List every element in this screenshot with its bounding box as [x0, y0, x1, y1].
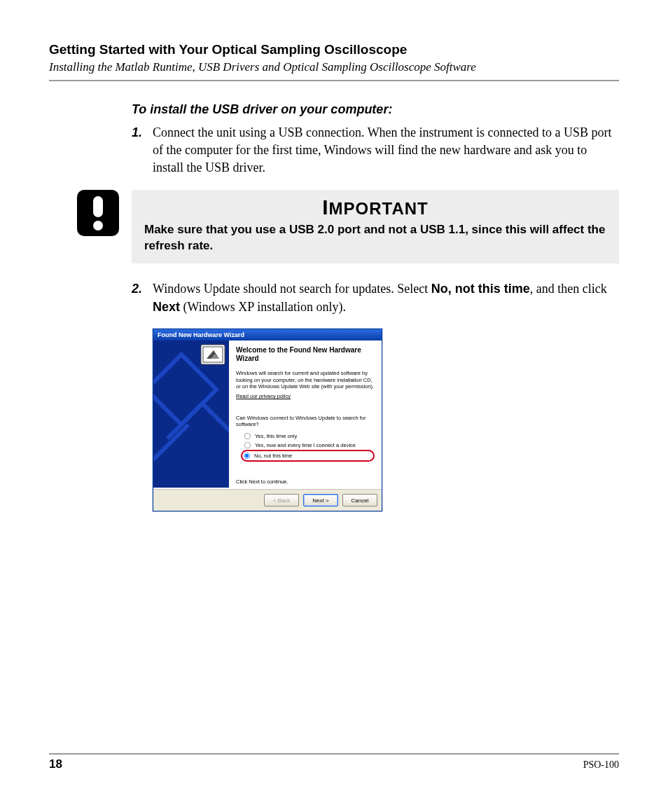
- radio-label: Yes, this time only: [255, 432, 297, 440]
- step-body: Windows Update should not search for upd…: [153, 280, 619, 315]
- chapter-title: Getting Started with Your Optical Sampli…: [49, 42, 619, 57]
- wizard-main: Welcome to the Found New Hardware Wizard…: [229, 340, 382, 489]
- page-number: 18: [49, 757, 62, 771]
- important-text: Make sure that you use a USB 2.0 port an…: [144, 222, 606, 254]
- svg-point-1: [93, 221, 103, 230]
- back-button[interactable]: < Back: [264, 494, 299, 507]
- radio-no-not-this-time[interactable]: No, not this time: [241, 450, 375, 462]
- step-1: 1. Connect the unit using a USB connecti…: [132, 124, 619, 177]
- step-2: 2. Windows Update should not search for …: [132, 280, 619, 315]
- wizard-button-bar: < Back Next > Cancel: [153, 489, 382, 511]
- wizard-screenshot: Found New Hardware Wizard: [153, 329, 619, 511]
- wizard-titlebar: Found New Hardware Wizard: [153, 329, 382, 340]
- footer-rule: [49, 753, 619, 755]
- bold-phrase: No, not this time: [431, 282, 530, 296]
- radio-input[interactable]: [244, 442, 251, 448]
- important-title: IMPORTANT: [144, 195, 606, 219]
- radio-yes-every-time[interactable]: Yes, now and every time I connect a devi…: [243, 441, 375, 450]
- wizard-heading: Welcome to the Found New Hardware Wizard: [236, 346, 375, 363]
- radio-input[interactable]: [244, 433, 251, 439]
- bold-phrase: Next: [153, 300, 180, 314]
- step-number: 1.: [132, 124, 153, 142]
- step-body: Connect the unit using a USB connection.…: [153, 124, 619, 177]
- important-callout: IMPORTANT Make sure that you use a USB 2…: [77, 190, 619, 264]
- wizard-body: Welcome to the Found New Hardware Wizard…: [153, 340, 382, 489]
- radio-input[interactable]: [244, 453, 250, 459]
- wizard-continue-text: Click Next to continue.: [236, 479, 375, 485]
- page-footer: 18 PSO-100: [49, 753, 619, 771]
- step-text: , and then click: [530, 282, 607, 296]
- document-id: PSO-100: [583, 759, 619, 771]
- svg-rect-0: [93, 196, 103, 217]
- header-rule: [49, 80, 619, 81]
- found-new-hardware-wizard: Found New Hardware Wizard: [153, 329, 382, 511]
- next-button[interactable]: Next >: [303, 494, 338, 507]
- content-area: To install the USB driver on your comput…: [132, 102, 619, 511]
- exclamation-icon: [77, 190, 119, 236]
- radio-label: Yes, now and every time I connect a devi…: [255, 441, 356, 449]
- step-text: (Windows XP installation only).: [180, 300, 346, 314]
- step-text: Windows Update should not search for upd…: [153, 282, 431, 296]
- step-number: 2.: [132, 280, 153, 298]
- cancel-button[interactable]: Cancel: [342, 494, 377, 507]
- radio-yes-this-time[interactable]: Yes, this time only: [243, 432, 375, 441]
- wizard-side-graphic: [153, 340, 229, 488]
- section-subtitle: Installing the Matlab Runtime, USB Drive…: [49, 60, 619, 74]
- wizard-radio-group: Yes, this time only Yes, now and every t…: [243, 432, 375, 462]
- wizard-intro-text: Windows will search for current and upda…: [236, 370, 375, 390]
- wizard-question: Can Windows connect to Windows Update to…: [236, 415, 375, 427]
- procedure-title: To install the USB driver on your comput…: [132, 102, 619, 117]
- document-page: Getting Started with Your Optical Sampli…: [0, 0, 668, 812]
- radio-label: No, not this time: [254, 452, 292, 460]
- important-box: IMPORTANT Make sure that you use a USB 2…: [132, 190, 619, 264]
- privacy-policy-link[interactable]: Read our privacy policy: [236, 393, 291, 399]
